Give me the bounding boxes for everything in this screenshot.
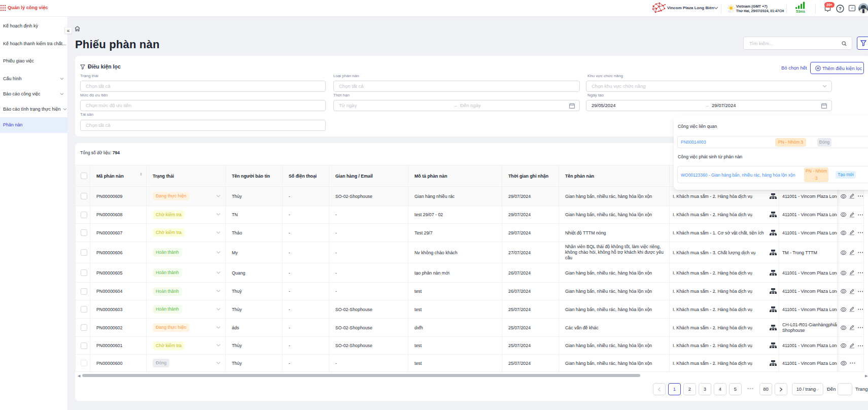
svg-text:?: ? <box>839 6 842 11</box>
